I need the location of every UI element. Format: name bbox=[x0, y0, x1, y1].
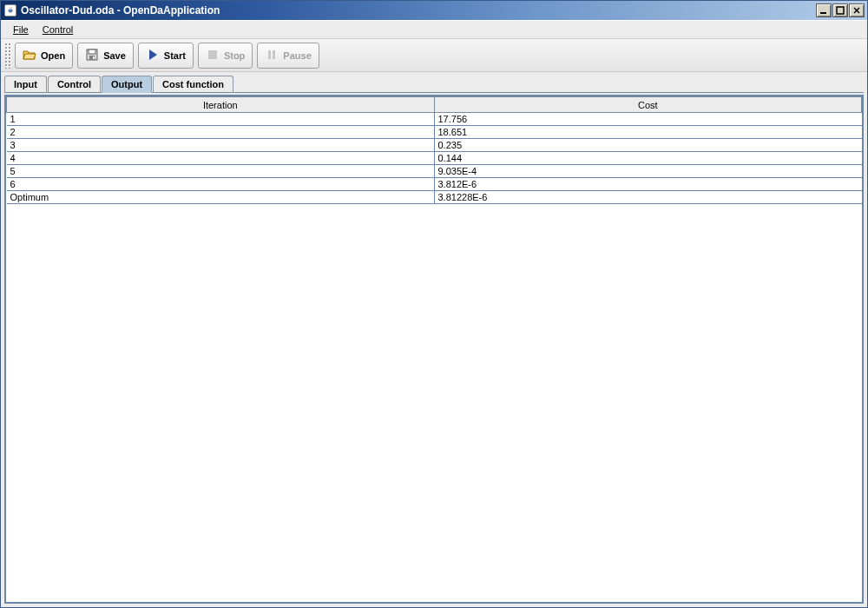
toolbar: Open Save Start Stop Pause bbox=[1, 39, 867, 72]
svg-rect-6 bbox=[208, 50, 217, 59]
table-row: Optimum3.81228E-6 bbox=[7, 191, 862, 204]
start-label: Start bbox=[164, 50, 186, 61]
table-row: 218.651 bbox=[7, 126, 862, 139]
pause-button[interactable]: Pause bbox=[257, 43, 319, 69]
svg-rect-7 bbox=[268, 50, 271, 59]
tab-input[interactable]: Input bbox=[4, 76, 47, 93]
window-title: Oscillator-Dud.oda - OpenDaApplication bbox=[21, 4, 815, 17]
open-button[interactable]: Open bbox=[15, 43, 73, 69]
svg-rect-5 bbox=[93, 56, 95, 59]
window-controls bbox=[815, 3, 865, 17]
start-button[interactable]: Start bbox=[138, 43, 194, 69]
table-row: 63.812E-6 bbox=[7, 178, 862, 191]
output-table: Iteration Cost 117.756 218.651 30.235 40… bbox=[6, 96, 862, 204]
close-button[interactable] bbox=[849, 3, 865, 17]
menu-bar: File Control bbox=[1, 20, 867, 39]
java-cup-icon bbox=[4, 4, 16, 17]
pause-label: Pause bbox=[283, 50, 311, 61]
svg-rect-8 bbox=[273, 50, 275, 59]
col-header-cost[interactable]: Cost bbox=[434, 97, 862, 113]
pause-icon bbox=[265, 48, 279, 63]
maximize-button[interactable] bbox=[832, 3, 848, 17]
play-icon bbox=[146, 48, 160, 63]
stop-icon bbox=[206, 48, 220, 63]
output-panel: Iteration Cost 117.756 218.651 30.235 40… bbox=[4, 95, 864, 604]
table-row: 117.756 bbox=[7, 113, 862, 126]
toolbar-grip bbox=[4, 43, 11, 69]
tab-row: Input Control Output Cost function bbox=[1, 74, 867, 93]
open-label: Open bbox=[41, 50, 65, 61]
tab-control[interactable]: Control bbox=[48, 76, 101, 93]
tab-cost-function[interactable]: Cost function bbox=[153, 76, 233, 93]
svg-rect-3 bbox=[89, 50, 95, 54]
table-row: 59.035E-4 bbox=[7, 165, 862, 178]
folder-open-icon bbox=[23, 48, 36, 63]
app-window: Oscillator-Dud.oda - OpenDaApplication F… bbox=[0, 0, 868, 608]
stop-label: Stop bbox=[224, 50, 245, 61]
floppy-disk-icon bbox=[85, 48, 99, 63]
svg-rect-1 bbox=[837, 7, 844, 14]
menu-file[interactable]: File bbox=[6, 23, 36, 36]
stop-button[interactable]: Stop bbox=[198, 43, 253, 69]
tab-output[interactable]: Output bbox=[102, 76, 152, 93]
output-table-body: 117.756 218.651 30.235 40.144 59.035E-4 … bbox=[7, 113, 862, 204]
title-bar: Oscillator-Dud.oda - OpenDaApplication bbox=[1, 1, 867, 20]
minimize-button[interactable] bbox=[816, 3, 832, 17]
svg-rect-0 bbox=[820, 12, 826, 14]
save-label: Save bbox=[103, 50, 126, 61]
save-button[interactable]: Save bbox=[77, 43, 134, 69]
table-row: 40.144 bbox=[7, 152, 862, 165]
table-row: 30.235 bbox=[7, 139, 862, 152]
col-header-iteration[interactable]: Iteration bbox=[7, 97, 435, 113]
menu-control[interactable]: Control bbox=[36, 23, 80, 36]
